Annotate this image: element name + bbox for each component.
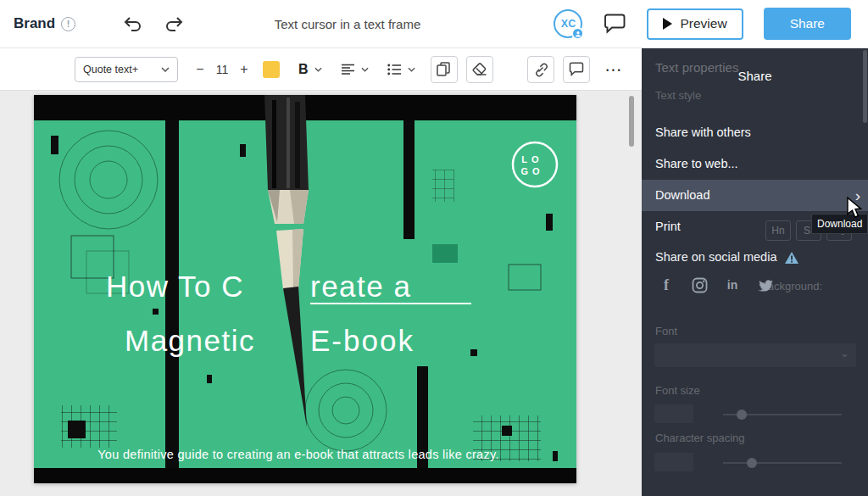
- canvas-area[interactable]: LO GO How To C reate a Magnetic E-book Y…: [0, 91, 642, 496]
- chevron-down-icon: [161, 67, 170, 72]
- eraser-icon: [472, 63, 487, 76]
- chevron-down-icon: [361, 67, 369, 72]
- user-badge-icon: [571, 27, 584, 40]
- top-header: Brand ! Text cursor in a text frame XC: [0, 0, 868, 48]
- font-size-stepper: − 11 +: [190, 62, 254, 77]
- social-label: Share on social media: [655, 244, 776, 270]
- brand-label: Brand: [14, 15, 55, 32]
- more-options-button[interactable]: ⋯: [605, 59, 623, 80]
- design-page[interactable]: LO GO How To C reate a Magnetic E-book Y…: [34, 95, 576, 483]
- instagram-icon[interactable]: [690, 276, 709, 294]
- comment-bubble-icon: [569, 62, 584, 76]
- app-window: Brand ! Text cursor in a text frame XC: [0, 0, 868, 496]
- font-size-decrease-button[interactable]: −: [190, 62, 210, 77]
- text-style-dropdown[interactable]: Quote text+: [75, 57, 178, 82]
- comments-button[interactable]: [603, 14, 626, 34]
- share-button[interactable]: Share: [764, 8, 851, 40]
- font-size-value[interactable]: 11: [210, 63, 234, 76]
- subtitle-text[interactable]: You definitive guide to creating an e-bo…: [97, 448, 499, 461]
- print-label: Print: [655, 220, 681, 233]
- title-line2-left[interactable]: Magnetic: [125, 324, 255, 357]
- stripe-right-bottom: [417, 366, 428, 483]
- title-line2-right[interactable]: E-book: [310, 324, 415, 357]
- chevron-right-icon: ›: [855, 180, 860, 211]
- clear-format-button[interactable]: [466, 56, 493, 83]
- copy-style-button[interactable]: [431, 56, 458, 83]
- right-sidebar: Text properties Text style Hn S¹ S₁ Back…: [642, 48, 868, 496]
- comment-button[interactable]: [563, 56, 590, 83]
- link-icon: [533, 62, 548, 77]
- share-with-others-label: Share with others: [655, 125, 751, 139]
- bullet-list-icon: [387, 64, 402, 75]
- share-to-web-label: Share to web...: [655, 157, 738, 170]
- preview-button[interactable]: Preview: [647, 8, 743, 40]
- download-tooltip: Download: [811, 214, 868, 234]
- align-dropdown[interactable]: [341, 64, 369, 75]
- share-menu-title: Share: [642, 69, 868, 83]
- bottom-bar: [34, 468, 576, 483]
- download-label: Download: [655, 188, 710, 202]
- link-button[interactable]: [527, 56, 554, 83]
- undo-button[interactable]: [121, 14, 145, 34]
- font-size-increase-button[interactable]: +: [234, 62, 254, 77]
- brand-section[interactable]: Brand !: [14, 15, 75, 32]
- history-controls: [121, 14, 186, 34]
- chevron-down-icon: [314, 67, 322, 72]
- play-icon: [663, 18, 672, 30]
- canvas-scrollbar[interactable]: [629, 96, 634, 147]
- preview-label: Preview: [680, 16, 726, 31]
- chevron-down-icon: [408, 67, 415, 72]
- text-style-value: Quote text+: [83, 64, 161, 75]
- undo-icon: [123, 16, 143, 32]
- facebook-icon[interactable]: f: [657, 276, 676, 294]
- social-icons-row: f in: [657, 276, 775, 294]
- share-with-others-item[interactable]: Share with others: [642, 117, 868, 148]
- logo-text-line2: GO: [520, 166, 543, 176]
- logo-text-line1: LO: [521, 154, 542, 164]
- header-right: XC Preview Share: [554, 8, 851, 40]
- warning-icon: [784, 251, 799, 265]
- copy-style-icon: [437, 62, 451, 76]
- linkedin-icon[interactable]: in: [723, 276, 742, 294]
- text-toolbar: Quote text+ − 11 + B: [0, 48, 642, 91]
- bold-dropdown[interactable]: B: [298, 62, 322, 77]
- chat-bubble-icon: [604, 14, 626, 34]
- bold-button[interactable]: B: [298, 62, 309, 77]
- title-line1-left[interactable]: How To C: [106, 270, 244, 303]
- text-color-swatch[interactable]: [263, 61, 280, 78]
- info-icon[interactable]: !: [61, 17, 75, 31]
- align-left-icon: [341, 64, 355, 75]
- share-social-row: Share on social media: [642, 244, 868, 270]
- share-to-web-item[interactable]: Share to web...: [642, 148, 868, 180]
- share-label: Share: [790, 16, 825, 31]
- redo-icon: [164, 16, 184, 32]
- twitter-icon[interactable]: [756, 276, 775, 294]
- download-item[interactable]: Download ›: [642, 180, 868, 211]
- status-text: Text cursor in a text frame: [275, 17, 421, 31]
- avatar[interactable]: XC: [554, 9, 582, 38]
- list-dropdown[interactable]: [387, 64, 415, 75]
- share-menu: Share Share with others Share to web... …: [642, 48, 868, 496]
- redo-button[interactable]: [162, 14, 186, 34]
- title-line1-right[interactable]: reate a: [310, 270, 411, 303]
- sidebar-scrollbar[interactable]: [863, 50, 867, 123]
